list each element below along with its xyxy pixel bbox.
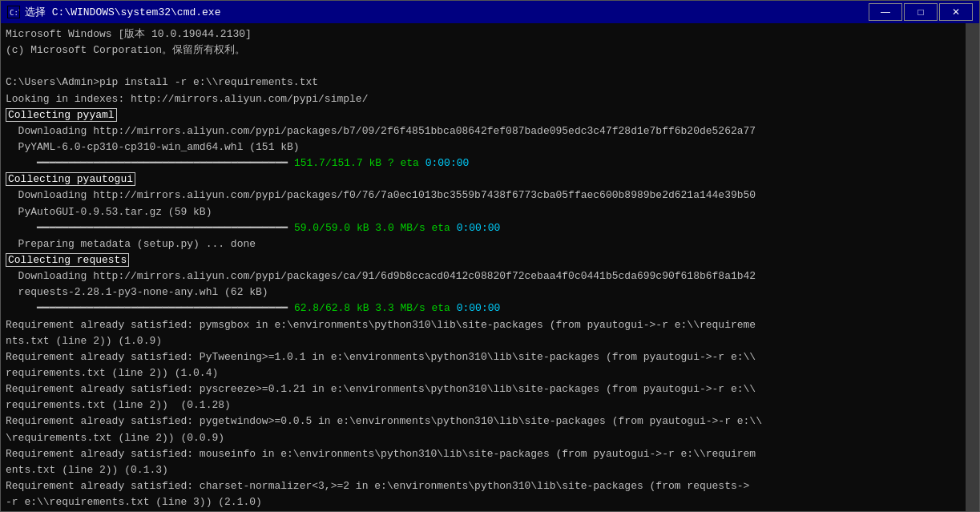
line-27: Requirement already satisfied: mouseinfo… — [6, 446, 961, 462]
line-6: Collecting pyyaml — [6, 107, 961, 123]
line-5: Looking in indexes: http://mirrors.aliyu… — [6, 91, 961, 107]
maximize-button[interactable]: □ — [904, 3, 938, 21]
line-16: Downloading http://mirrors.aliyun.com/py… — [6, 268, 961, 284]
line-25: Requirement already satisfied: pygetwind… — [6, 413, 961, 429]
line-4: C:\Users\Admin>pip install -r e:\\requir… — [6, 75, 961, 91]
scrollbar[interactable] — [966, 23, 979, 511]
line-29: Requirement already satisfied: charset-n… — [6, 478, 961, 494]
line-18: ━━━━━━━━━━━━━━━━━━━━━━━━━━━━━━━━━━━━━━━━… — [6, 300, 961, 316]
line-3 — [6, 58, 961, 75]
titlebar: C:\ 选择 C:\WINDOWS\system32\cmd.exe — □ ✕ — [1, 1, 979, 23]
svg-text:C:\: C:\ — [10, 9, 19, 17]
line-9: ━━━━━━━━━━━━━━━━━━━━━━━━━━━━━━━━━━━━━━━━… — [6, 155, 961, 171]
line-1: Microsoft Windows [版本 10.0.19044.2130] — [6, 26, 961, 42]
line-8: PyYAML-6.0-cp310-cp310-win_amd64.whl (15… — [6, 139, 961, 155]
line-24: requirements.txt (line 2)) (0.1.28) — [6, 397, 961, 413]
line-26: \requirements.txt (line 2)) (0.0.9) — [6, 430, 961, 446]
line-12: PyAutoGUI-0.9.53.tar.gz (59 kB) — [6, 204, 961, 220]
line-2: (c) Microsoft Corporation。保留所有权利。 — [6, 42, 961, 58]
line-21: Requirement already satisfied: PyTweenin… — [6, 349, 961, 365]
line-13: ━━━━━━━━━━━━━━━━━━━━━━━━━━━━━━━━━━━━━━━━… — [6, 220, 961, 236]
line-7: Downloading http://mirrors.aliyun.com/py… — [6, 123, 961, 139]
cmd-icon: C:\ — [7, 6, 20, 18]
close-button[interactable]: ✕ — [939, 3, 973, 21]
console-output[interactable]: Microsoft Windows [版本 10.0.19044.2130] (… — [1, 23, 966, 511]
line-17: requests-2.28.1-py3-none-any.whl (62 kB) — [6, 284, 961, 300]
line-28: ents.txt (line 2)) (0.1.3) — [6, 462, 961, 478]
line-19: Requirement already satisfied: pymsgbox … — [6, 317, 961, 333]
line-23: Requirement already satisfied: pyscreeze… — [6, 381, 961, 397]
line-14: Preparing metadata (setup.py) ... done — [6, 236, 961, 252]
line-10: Collecting pyautogui — [6, 171, 961, 187]
line-20: nts.txt (line 2)) (1.0.9) — [6, 333, 961, 349]
window-title: 选择 C:\WINDOWS\system32\cmd.exe — [25, 5, 220, 19]
titlebar-left: C:\ 选择 C:\WINDOWS\system32\cmd.exe — [7, 5, 220, 19]
minimize-button[interactable]: — — [869, 3, 902, 21]
titlebar-controls: — □ ✕ — [869, 3, 973, 21]
line-22: requirements.txt (line 2)) (1.0.4) — [6, 365, 961, 381]
line-15: Collecting requests — [6, 252, 961, 268]
cmd-window: C:\ 选择 C:\WINDOWS\system32\cmd.exe — □ ✕… — [0, 0, 980, 512]
line-11: Downloading http://mirrors.aliyun.com/py… — [6, 187, 961, 204]
console-area: Microsoft Windows [版本 10.0.19044.2130] (… — [1, 23, 979, 511]
line-30: -r e:\\requirements.txt (line 3)) (2.1.0… — [6, 494, 961, 510]
